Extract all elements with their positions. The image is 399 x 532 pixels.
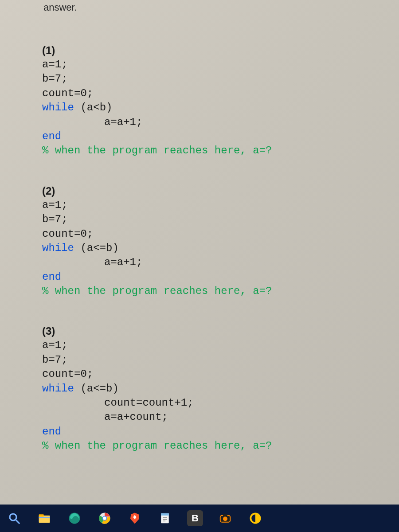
- code-text: (a<b): [74, 102, 112, 113]
- svg-rect-3: [39, 514, 44, 516]
- code-text: a=a+1;: [104, 256, 142, 268]
- snippet-label: (1): [42, 44, 386, 57]
- code-line: while (a<=b): [42, 382, 386, 396]
- code-line: while (a<b): [42, 101, 386, 115]
- snippet-label: (3): [42, 325, 386, 337]
- camera-icon[interactable]: [217, 510, 233, 526]
- chrome-icon[interactable]: [97, 510, 113, 526]
- comment: % when the program reaches here, a=?: [42, 439, 386, 453]
- brave-icon[interactable]: [127, 510, 143, 526]
- keyword: end: [42, 130, 61, 142]
- svg-rect-4: [39, 517, 50, 519]
- taskbar: B: [0, 505, 399, 532]
- code-line: count=0;: [42, 86, 386, 101]
- svg-point-8: [103, 516, 106, 520]
- snippet-label: (2): [42, 185, 386, 197]
- code-line: while (a<=b): [42, 241, 386, 255]
- code-snippet: (3)a=1;b=7;count=0;while (a<=b)count=cou…: [42, 325, 386, 453]
- code-text: a=a+1;: [104, 116, 142, 128]
- code-line: b=7;: [42, 72, 386, 86]
- blackboard-letter: B: [192, 512, 199, 524]
- keyword: while: [42, 242, 74, 254]
- keyword: end: [42, 271, 61, 283]
- code-line: b=7;: [42, 212, 386, 227]
- app-icon[interactable]: [247, 510, 263, 526]
- comment: % when the program reaches here, a=?: [42, 284, 386, 298]
- code-line: a=1;: [42, 338, 386, 352]
- edge-icon[interactable]: [66, 510, 82, 526]
- search-icon[interactable]: [6, 510, 22, 526]
- code-text: (a<=b): [74, 242, 119, 254]
- notepad-icon[interactable]: [157, 510, 173, 526]
- keyword: while: [42, 102, 74, 113]
- code-line: a=1;: [42, 58, 386, 72]
- keyword: end: [42, 426, 61, 438]
- heading-fragment: answer.: [40, 0, 81, 15]
- svg-line-1: [16, 520, 20, 524]
- code-text: a=a+count;: [104, 411, 168, 423]
- svg-point-15: [223, 516, 227, 521]
- comment: % when the program reaches here, a=?: [42, 144, 386, 158]
- code-line: count=0;: [42, 367, 386, 381]
- code-body: a=1;b=7;count=0;while (a<b)a=a+1;end% wh…: [42, 58, 386, 158]
- code-text: count=count+1;: [104, 397, 194, 409]
- code-line: end: [42, 270, 386, 284]
- code-snippet: (1)a=1;b=7;count=0;while (a<b)a=a+1;end%…: [42, 44, 386, 158]
- svg-rect-10: [161, 513, 169, 516]
- code-line: end: [42, 425, 386, 439]
- svg-rect-16: [223, 514, 227, 516]
- code-line: a=1;: [42, 198, 386, 212]
- code-line: a=a+1;: [42, 115, 386, 129]
- code-text: (a<=b): [74, 383, 119, 395]
- code-line: count=count+1;: [42, 396, 386, 410]
- code-line: a=a+1;: [42, 255, 386, 270]
- code-line: b=7;: [42, 353, 386, 367]
- code-line: a=a+count;: [42, 410, 386, 424]
- code-body: a=1;b=7;count=0;while (a<=b)count=count+…: [42, 338, 386, 453]
- code-snippet: (2)a=1;b=7;count=0;while (a<=b)a=a+1;end…: [42, 185, 386, 299]
- code-body: a=1;b=7;count=0;while (a<=b)a=a+1;end% w…: [42, 198, 386, 299]
- keyword: while: [42, 383, 74, 395]
- code-line: end: [42, 129, 386, 144]
- blackboard-icon[interactable]: B: [187, 510, 203, 526]
- code-content: (1)a=1;b=7;count=0;while (a<b)a=a+1;end%…: [42, 44, 386, 480]
- file-explorer-icon[interactable]: [36, 510, 52, 526]
- code-line: count=0;: [42, 227, 386, 241]
- page: answer. (1)a=1;b=7;count=0;while (a<b)a=…: [0, 0, 399, 532]
